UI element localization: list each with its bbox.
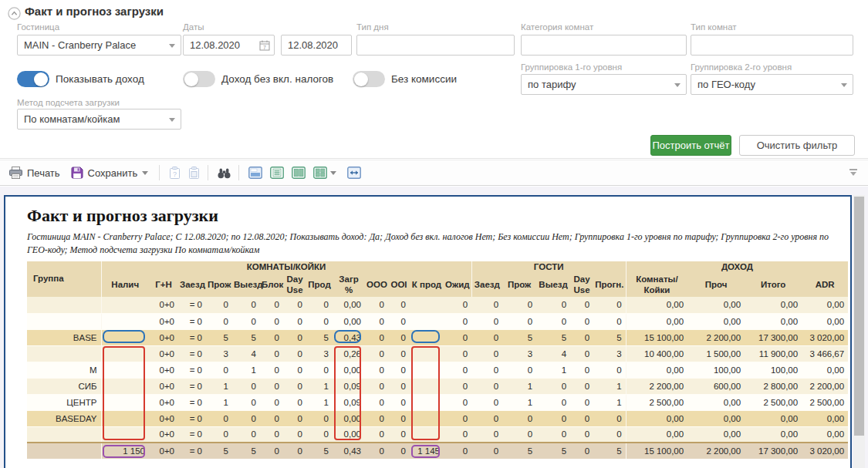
column-header[interactable]: Прод [306, 273, 333, 297]
table-row[interactable]: 0+0= 0340030,260000340310 400,001 500,00… [27, 345, 848, 362]
column-header[interactable]: Комнаты/ Койки [626, 273, 687, 297]
cell: 2 200,00 [687, 329, 745, 345]
cell [410, 329, 444, 345]
grouping2-select[interactable]: по ГЕО-коду [691, 74, 853, 95]
grouping1-select[interactable]: по тарифу [521, 74, 687, 95]
column-header[interactable]: Заезд [178, 273, 206, 297]
cell [101, 362, 149, 378]
column-header[interactable]: Налич [101, 273, 149, 297]
cell: 0 [471, 313, 502, 329]
column-header[interactable]: Выезд [232, 273, 260, 297]
scroll-top-icon[interactable] [848, 168, 859, 179]
method-select[interactable]: По комнатам/койкам [17, 109, 181, 130]
cell: 0 [260, 297, 283, 313]
revenue-without-tax-toggle[interactable] [183, 71, 215, 87]
view-single-column-button[interactable] [270, 167, 284, 179]
table-row[interactable]: 0+0= 0000000,00000000000,000,000,000,00 [27, 297, 848, 313]
day-type-field[interactable] [356, 35, 515, 56]
column-header[interactable]: Ожид [444, 273, 471, 297]
cell: 0 [365, 426, 388, 443]
paste-button[interactable]: ? [169, 167, 181, 179]
date-from-value: 12.08.2020 [190, 39, 240, 51]
column-header[interactable]: Выезд [536, 273, 570, 297]
cell: 0 [283, 345, 306, 362]
search-button[interactable] [218, 167, 231, 179]
table-row[interactable]: 0+0= 0000000,00000000000,000,000,000,00 [27, 313, 848, 329]
table-row[interactable]: BASE0+0= 0550050,430000550515 100,002 20… [27, 329, 848, 345]
cell: 0 [365, 378, 388, 394]
chevron-down-icon [169, 44, 175, 51]
column-header[interactable]: Day Use [570, 273, 593, 297]
cell [410, 378, 444, 394]
cell: 0,00 [745, 297, 802, 313]
collapse-panel-icon[interactable] [8, 7, 21, 20]
view-two-columns-button[interactable] [292, 167, 306, 179]
column-header[interactable]: Прогн. [593, 273, 626, 297]
vertical-scrollbar[interactable] [853, 195, 865, 468]
copy-button[interactable] [188, 167, 200, 179]
cell: 0 [306, 426, 333, 443]
table-row[interactable]: ЦЕНТР0+0= 0100010,09000010012 500,000,00… [27, 394, 848, 410]
cell: 0 [502, 362, 536, 378]
column-header[interactable]: OOI [388, 273, 410, 297]
table-row[interactable]: СИБ0+0= 0100010,09000010012 200,00600,00… [27, 378, 848, 394]
date-from-field[interactable]: 12.08.2020 7 [183, 35, 275, 56]
view-grid-button[interactable] [313, 167, 327, 179]
cell: 0 [593, 410, 626, 426]
cell [101, 378, 149, 394]
cell [410, 345, 444, 362]
cell [101, 313, 149, 329]
scrollbar-thumb[interactable] [854, 197, 864, 436]
table-row[interactable]: М0+0= 0010000,00000001000,00100,00100,00… [27, 362, 848, 378]
cell: 0 [471, 410, 502, 426]
cell [410, 313, 444, 329]
hotel-select[interactable]: MAIN - Cranberry Palace [17, 35, 181, 56]
column-header[interactable]: Итого [745, 273, 802, 297]
without-commission-toggle[interactable] [353, 71, 385, 87]
table-row[interactable]: 0+0= 0000000,00000000000,000,000,000,00 [27, 426, 848, 443]
day-type-label: Тип дня [356, 22, 389, 32]
cell: 5 [232, 443, 260, 459]
column-header[interactable]: Прож [502, 273, 536, 297]
dates-label: Даты [183, 22, 204, 32]
column-header[interactable]: Проч [687, 273, 745, 297]
room-category-field[interactable] [521, 35, 687, 56]
cell [101, 345, 149, 362]
save-button[interactable]: Сохранить [71, 167, 149, 179]
cell: 0 [260, 313, 283, 329]
cell: 1 [502, 378, 536, 394]
cell: 17 300,00 [745, 443, 802, 459]
group-cell [27, 345, 101, 362]
column-header[interactable]: OOO [365, 273, 388, 297]
cell [101, 426, 149, 443]
table-row[interactable]: 1 1500+0= 0550050,43001 14500550515 100,… [27, 443, 848, 459]
column-header[interactable]: Блок [260, 273, 283, 297]
group-column-header[interactable]: Группа [27, 261, 101, 297]
print-button[interactable]: Печать [9, 167, 60, 179]
room-type-field[interactable] [691, 35, 853, 56]
cell: 5 [502, 329, 536, 345]
column-header[interactable]: ADR [802, 273, 848, 297]
chevron-down-icon[interactable] [330, 171, 336, 178]
clear-filter-button[interactable]: Очистить фильтр [739, 135, 855, 156]
column-header[interactable]: Day Use [283, 273, 306, 297]
calendar-icon[interactable]: 7 [259, 39, 270, 51]
column-header[interactable]: Г+Н [149, 273, 178, 297]
table-row[interactable]: BASEDAY0+0= 0000000,00000000000,000,000,… [27, 410, 848, 426]
column-header[interactable]: Прож [206, 273, 232, 297]
cell: 0 [444, 313, 471, 329]
column-header[interactable]: Заезд [471, 273, 502, 297]
cell: 0 [593, 313, 626, 329]
column-header[interactable]: Загр % [333, 273, 365, 297]
date-to-value: 12.08.2020 [288, 39, 338, 51]
view-panel-button[interactable] [248, 167, 262, 179]
column-header[interactable]: К прод [410, 273, 444, 297]
show-revenue-toggle[interactable] [17, 71, 49, 87]
fit-width-button[interactable] [347, 167, 361, 179]
cell: 0 [444, 394, 471, 410]
date-to-field[interactable]: 12.08.2020 [281, 35, 352, 56]
method-label: Метод подсчета загрузки [17, 98, 120, 107]
cell: 1 [306, 378, 333, 394]
cell: 0 [536, 297, 570, 313]
build-report-button[interactable]: Построить отчёт [650, 135, 731, 156]
